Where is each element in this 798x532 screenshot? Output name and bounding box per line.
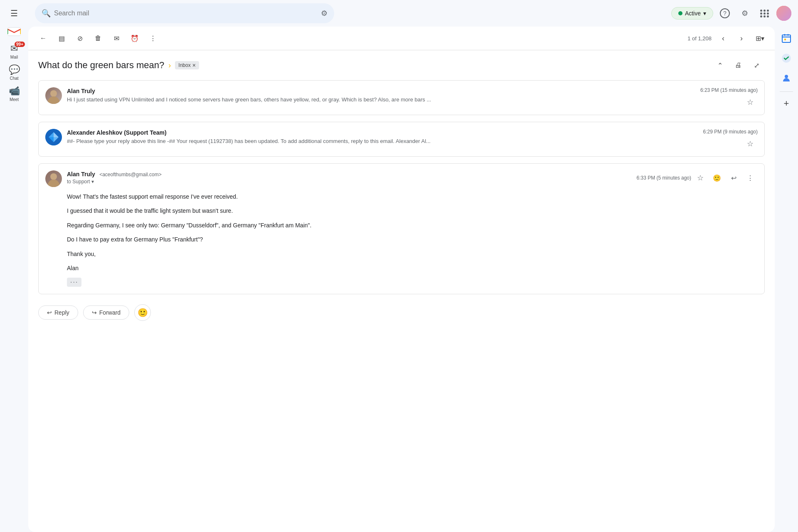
message-2-meta: Alexander Aleshkov (Support Team) ##- Pl… — [67, 129, 703, 144]
body-line-3: Regarding Germany, I see only two: Germa… — [67, 221, 758, 230]
header-actions: Active ▾ ? ⚙ — [671, 5, 791, 22]
chat-nav-item[interactable]: 💬 Chat — [2, 63, 26, 82]
contacts-icon — [781, 73, 791, 83]
avatar-image-2 — [45, 129, 62, 145]
to-label: to Support — [67, 179, 90, 185]
message-1-meta: Alan Truly Hi I just started using VPN U… — [67, 87, 700, 103]
subject-actions: ⌃ 🖨 ⤢ — [712, 57, 765, 74]
star-button-1[interactable]: ☆ — [743, 95, 758, 110]
reply-button[interactable]: ↩ Reply — [38, 305, 78, 320]
star-button-3[interactable]: ☆ — [693, 170, 708, 185]
message-2-time: 6:29 PM (9 minutes ago) — [703, 129, 758, 135]
forward-button[interactable]: ↪ Forward — [83, 305, 129, 320]
calendar-sidebar-button[interactable] — [778, 30, 795, 47]
mail-badge: 99+ — [15, 42, 25, 47]
mark-unread-button[interactable]: ✉ — [108, 30, 125, 47]
message-3-body: Wow! That's the fastest support email re… — [39, 192, 764, 294]
active-status-button[interactable]: Active ▾ — [671, 7, 713, 20]
svg-point-3 — [50, 173, 57, 180]
calendar-icon — [781, 33, 791, 43]
show-more-button[interactable]: ··· — [67, 278, 81, 287]
sender-name-2: Alexander Aleshkov (Support Team) — [67, 129, 167, 136]
subject-forward-icon: › — [168, 61, 171, 70]
archive-button[interactable]: ▤ — [53, 30, 70, 47]
emoji-icon: 🙂 — [138, 308, 148, 318]
message-3-meta: Alan Truly <aceofthumbs@gmail.com> to Su… — [67, 170, 637, 185]
filter-icon[interactable]: ⚙ — [321, 9, 328, 18]
delete-icon: 🗑 — [95, 34, 101, 42]
svg-point-0 — [50, 90, 57, 97]
view-chevron-icon: ▾ — [761, 34, 764, 42]
message-1-time: 6:23 PM (15 minutes ago) — [700, 87, 758, 93]
more-message-button[interactable]: ⋮ — [743, 170, 758, 185]
message-3-header[interactable]: Alan Truly <aceofthumbs@gmail.com> to Su… — [39, 164, 764, 192]
message-3: Alan Truly <aceofthumbs@gmail.com> to Su… — [38, 163, 765, 294]
archive-icon: ▤ — [59, 34, 65, 42]
gmail-logo[interactable] — [7, 27, 21, 37]
add-apps-button[interactable]: + — [780, 97, 793, 110]
apps-grid-icon — [760, 10, 769, 17]
message-2-header[interactable]: Alexander Aleshkov (Support Team) ##- Pl… — [39, 122, 764, 156]
email-subject: What do the green bars mean? — [38, 60, 164, 71]
message-1-avatar — [45, 87, 62, 104]
inbox-tag-close-icon[interactable]: × — [192, 62, 196, 69]
external-link-button[interactable]: ⤢ — [748, 57, 765, 74]
reply-forward-row: ↩ Reply ↪ Forward 🙂 — [28, 298, 775, 331]
snooze-icon: ⏰ — [131, 34, 139, 42]
emoji-reply-button[interactable]: 🙂 — [134, 304, 151, 321]
mail-label: Mail — [10, 55, 18, 59]
delete-button[interactable]: 🗑 — [90, 30, 106, 47]
mail-nav-item[interactable]: 99+ ✉ Mail — [2, 42, 26, 61]
print-button[interactable]: 🖨 — [730, 57, 746, 74]
active-dot — [678, 11, 682, 15]
tasks-sidebar-button[interactable] — [778, 50, 795, 66]
view-icon: ⊞ — [756, 34, 761, 42]
external-link-icon: ⤢ — [754, 62, 759, 69]
settings-button[interactable]: ⚙ — [736, 5, 753, 22]
reply-inline-button[interactable]: ↩ — [726, 170, 741, 185]
search-input[interactable] — [54, 10, 318, 17]
prev-email-button[interactable]: ‹ — [715, 30, 732, 47]
mark-icon: ✉ — [114, 34, 119, 42]
left-nav-rail: ☰ 99+ ✉ Mail 💬 Chat 📹 Meet — [0, 0, 28, 532]
svg-point-1 — [48, 96, 59, 104]
message-2-avatar — [45, 129, 62, 145]
star-button-2[interactable]: ☆ — [743, 136, 758, 151]
apps-button[interactable] — [756, 5, 773, 22]
search-bar[interactable]: 🔍 ⚙ — [35, 3, 334, 23]
menu-button[interactable]: ☰ — [4, 3, 24, 23]
inbox-tag[interactable]: Inbox × — [175, 61, 199, 69]
up-icon: ⌃ — [717, 62, 723, 69]
help-icon: ? — [720, 8, 730, 18]
top-header: 🔍 ⚙ Active ▾ ? ⚙ — [28, 0, 798, 27]
next-icon: › — [740, 34, 743, 43]
to-chevron-icon[interactable]: ▾ — [91, 179, 94, 185]
svg-point-11 — [785, 75, 788, 78]
contacts-sidebar-button[interactable] — [778, 70, 795, 86]
message-1-header[interactable]: Alan Truly Hi I just started using VPN U… — [39, 81, 764, 115]
subject-line: What do the green bars mean? › Inbox × ⌃… — [28, 50, 775, 77]
avatar-image — [45, 87, 62, 104]
back-button[interactable]: ← — [35, 30, 52, 47]
plus-icon: + — [784, 98, 789, 109]
message-3-time: 6:33 PM (5 minutes ago) — [637, 175, 691, 181]
subject-up-button[interactable]: ⌃ — [712, 57, 728, 74]
body-line-4: Do I have to pay extra for Germany Plus … — [67, 235, 758, 244]
prev-icon: ‹ — [722, 34, 724, 43]
more-icon: ⋮ — [150, 34, 156, 42]
print-icon: 🖨 — [735, 62, 741, 69]
inbox-tag-label: Inbox — [178, 62, 190, 68]
next-email-button[interactable]: › — [733, 30, 750, 47]
back-icon: ← — [40, 34, 47, 42]
smiley-icon: 🙂 — [713, 174, 721, 182]
more-toolbar-button[interactable]: ⋮ — [145, 30, 161, 47]
spam-button[interactable]: ⊘ — [71, 30, 88, 47]
emoji-reaction-button[interactable]: 🙂 — [709, 170, 724, 185]
body-line-2: I guessed that it would be the traffic l… — [67, 206, 758, 215]
help-button[interactable]: ? — [717, 5, 733, 22]
user-avatar[interactable] — [776, 6, 791, 21]
snooze-button[interactable]: ⏰ — [126, 30, 143, 47]
view-toggle-button[interactable]: ⊞ ▾ — [751, 30, 768, 47]
meet-nav-item[interactable]: 📹 Meet — [2, 84, 26, 103]
meet-icon: 📹 — [9, 86, 20, 96]
